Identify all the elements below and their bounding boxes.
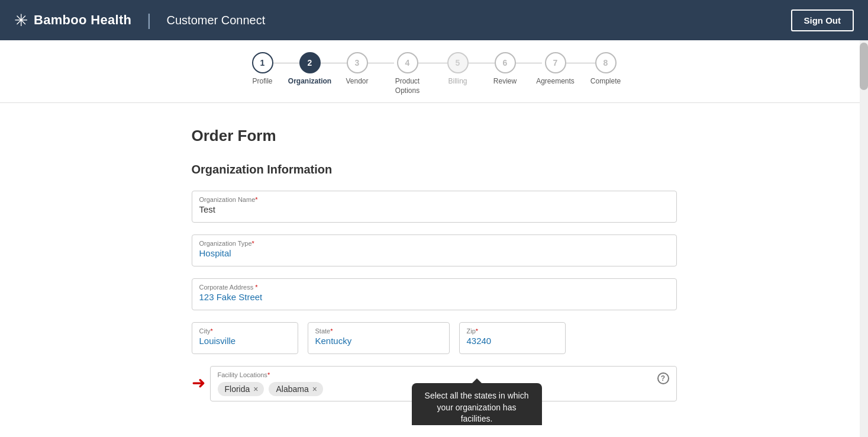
state-value: Kentucky [315, 336, 442, 349]
city-wrapper[interactable]: City* Louisville [192, 322, 298, 354]
header-divider: | [147, 11, 151, 30]
form-area: Order Form Organization Information Orga… [192, 127, 677, 401]
step-5-circle: 5 [447, 52, 469, 73]
facility-label: Facility Locations* [218, 371, 669, 378]
step-2-label: Organization [288, 77, 331, 86]
bamboo-icon: ✳ [14, 11, 28, 30]
tag-alabama-remove[interactable]: × [312, 385, 317, 393]
org-name-wrapper[interactable]: Organization Name* Test [192, 191, 677, 223]
step-2[interactable]: 2 Organization [286, 52, 334, 94]
sign-out-button[interactable]: Sign Out [791, 9, 854, 31]
zip-label: Zip* [467, 327, 558, 335]
step-1-label: Profile [252, 77, 272, 86]
steps-container: 1 Profile 2 Organization 3 Vendor 4 Prod… [239, 52, 630, 102]
step-8-label: Complete [591, 77, 621, 86]
step-7-circle: 7 [545, 52, 566, 73]
app-name: Customer Connect [167, 14, 266, 27]
tag-florida-label: Florida [225, 384, 250, 394]
scrollbar-thumb[interactable] [860, 43, 868, 90]
zip-value: 43240 [467, 336, 558, 349]
tag-alabama-label: Alabama [276, 384, 308, 394]
state-field: State* Kentucky [308, 322, 450, 354]
org-type-value: Hospital [199, 248, 669, 261]
org-type-wrapper[interactable]: Organization Type* Hospital [192, 234, 677, 266]
corp-address-wrapper[interactable]: Corporate Address * 123 Fake Street [192, 278, 677, 310]
page-title: Order Form [192, 127, 677, 145]
step-5[interactable]: 5 Billing [434, 52, 482, 94]
header-left: ✳ Bamboo Health | Customer Connect [14, 11, 265, 30]
tag-florida-remove[interactable]: × [253, 385, 258, 393]
state-wrapper[interactable]: State* Kentucky [308, 322, 450, 354]
step-3-circle: 3 [347, 52, 368, 73]
step-4[interactable]: 4 ProductOptions [381, 52, 434, 102]
tag-florida: Florida × [218, 382, 264, 396]
facility-field[interactable]: Facility Locations* ? Florida × Alabama … [210, 366, 677, 401]
org-name-value: Test [199, 204, 669, 217]
steps-bar: 1 Profile 2 Organization 3 Vendor 4 Prod… [0, 40, 868, 103]
step-4-circle: 4 [397, 52, 418, 73]
city-label: City* [199, 327, 291, 335]
app-header: ✳ Bamboo Health | Customer Connect Sign … [0, 0, 868, 40]
step-7-label: Agreements [536, 77, 575, 86]
state-label: State* [315, 327, 442, 335]
corp-address-value: 123 Fake Street [199, 292, 669, 305]
brand-name: Bamboo Health [34, 12, 131, 28]
city-value: Louisville [199, 336, 291, 349]
zip-field: Zip* 43240 [459, 322, 566, 354]
step-8[interactable]: 8 Complete [582, 52, 630, 94]
step-1-circle: 1 [252, 52, 273, 73]
org-name-field: Organization Name* Test [192, 191, 677, 223]
step-6[interactable]: 6 Review [482, 52, 529, 94]
city-state-zip-row: City* Louisville State* Kentucky Zip* [192, 322, 677, 354]
corp-address-field: Corporate Address * 123 Fake Street [192, 278, 677, 310]
org-name-label: Organization Name* [199, 196, 669, 203]
step-3[interactable]: 3 Vendor [334, 52, 381, 94]
red-arrow-icon: ➜ [192, 373, 205, 393]
city-field: City* Louisville [192, 322, 298, 354]
facility-section: Facility Locations* ? Florida × Alabama … [210, 366, 677, 401]
step-6-circle: 6 [495, 52, 516, 73]
facility-arrow-container: ➜ Facility Locations* ? Florida × Alabam… [192, 366, 677, 401]
main-content: Order Form Organization Information Orga… [0, 103, 868, 425]
step-3-label: Vendor [346, 77, 368, 86]
org-type-label: Organization Type* [199, 240, 669, 247]
corp-address-label: Corporate Address * [199, 284, 669, 291]
step-6-label: Review [493, 77, 517, 86]
help-icon[interactable]: ? [657, 372, 669, 384]
facility-tooltip: Select all the states in which your orga… [412, 383, 542, 425]
scrollbar[interactable] [860, 40, 868, 425]
step-2-circle: 2 [299, 52, 321, 73]
step-1[interactable]: 1 Profile [239, 52, 286, 94]
section-title: Organization Information [192, 163, 677, 176]
step-5-label: Billing [448, 77, 467, 86]
brand-logo: ✳ Bamboo Health [14, 11, 131, 30]
zip-wrapper[interactable]: Zip* 43240 [459, 322, 566, 354]
step-7[interactable]: 7 Agreements [529, 52, 582, 94]
step-8-circle: 8 [595, 52, 617, 73]
org-type-field: Organization Type* Hospital [192, 234, 677, 266]
tag-alabama: Alabama × [269, 382, 322, 396]
step-4-label: ProductOptions [395, 77, 420, 95]
